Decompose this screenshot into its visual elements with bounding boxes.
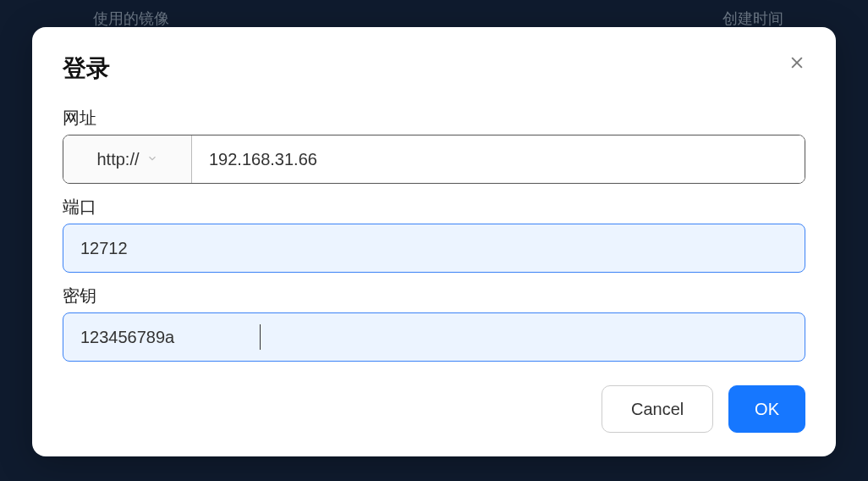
port-group: 端口: [63, 196, 805, 273]
close-button[interactable]: [787, 53, 807, 73]
url-group: 网址 http://: [63, 107, 805, 184]
modal-title: 登录: [63, 53, 805, 85]
ok-button[interactable]: OK: [728, 385, 805, 433]
modal-overlay: 登录 网址 http:// 端: [0, 0, 868, 481]
url-label: 网址: [63, 107, 805, 130]
protocol-value: http://: [96, 150, 139, 169]
secret-group: 密钥: [63, 285, 805, 362]
secret-input[interactable]: [63, 312, 805, 362]
modal-footer: Cancel OK: [63, 385, 805, 433]
close-icon: [788, 54, 805, 71]
text-cursor: [260, 324, 261, 350]
login-modal: 登录 网址 http:// 端: [32, 27, 836, 456]
secret-label: 密钥: [63, 285, 805, 307]
port-input[interactable]: [63, 224, 805, 273]
url-input[interactable]: [192, 135, 805, 183]
chevron-down-icon: [146, 152, 158, 167]
port-label: 端口: [63, 196, 805, 218]
cancel-button[interactable]: Cancel: [602, 385, 713, 433]
url-row: http://: [63, 135, 805, 184]
protocol-select[interactable]: http://: [63, 135, 192, 183]
